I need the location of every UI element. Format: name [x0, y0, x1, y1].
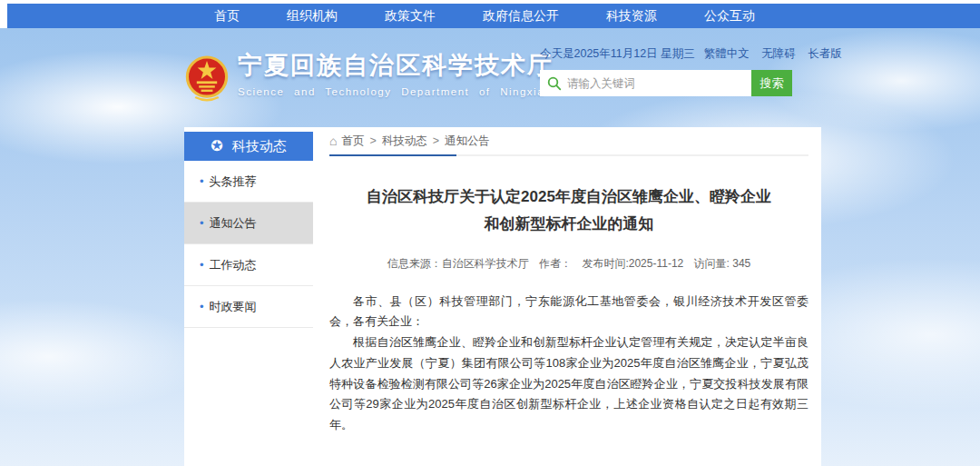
nav-item-interaction[interactable]: 公众互动 [704, 8, 755, 25]
nav-item-resources[interactable]: 科技资源 [606, 8, 657, 25]
national-emblem-logo [185, 52, 229, 106]
search-button[interactable]: 搜索 [751, 70, 792, 96]
bullet-icon: • [200, 174, 204, 188]
sidebar: ✪ 科技动态 • 头条推荐 • 通知公告 • 工作动态 • 时政要闻 [184, 132, 313, 328]
sidebar-item-label: 头条推荐 [210, 174, 257, 190]
nav-item-org[interactable]: 组织机构 [287, 8, 338, 25]
sidebar-item-label: 通知公告 [210, 215, 257, 232]
article-title-line2: 和创新型标杆企业的通知 [329, 211, 808, 238]
bullet-icon: • [200, 300, 204, 313]
search-icon [547, 76, 562, 91]
sidebar-item-label: 时政要闻 [210, 299, 257, 315]
site-subtitle: Science and Technology Department of Nin… [238, 86, 554, 97]
article-paragraph: 根据自治区雏鹰企业、瞪羚企业和创新型标杆企业认定管理有关规定，决定认定半亩良人农… [329, 332, 808, 436]
link-elder-version[interactable]: 长者版 [808, 47, 842, 60]
site-brand[interactable]: 宁夏回族自治区科学技术厅 Science and Technology Depa… [185, 52, 554, 106]
breadcrumb-separator: > [369, 134, 376, 147]
main-content: ⌂ 首页 > 科技动态 > 通知公告 自治区科技厅关于认定2025年度自治区雏鹰… [329, 127, 808, 466]
article-paragraph: 各市、县（区）科技管理部门，宁东能源化工基地管委会，银川经济技术开发区管委会，各… [329, 292, 808, 333]
bullet-icon: • [200, 216, 204, 230]
breadcrumb-home[interactable]: 首页 [341, 134, 364, 149]
top-navigation: 首页 组织机构 政策文件 政府信息公开 科技资源 公众互动 [7, 4, 980, 28]
sidebar-item-headlines[interactable]: • 头条推荐 [184, 161, 313, 203]
link-accessibility[interactable]: 无障碍 [761, 47, 796, 60]
article-body: 各市、县（区）科技管理部门，宁东能源化工基地管委会，银川经济技术开发区管委会，各… [329, 292, 808, 436]
site-title: 宁夏回族自治区科学技术厅 [238, 52, 554, 80]
article-meta: 信息来源：自治区科学技术厅 作者： 发布时间:2025-11-12 访问量: 3… [329, 256, 808, 272]
page: 首页 组织机构 政策文件 政府信息公开 科技资源 公众互动 宁夏回族自治区科学技… [0, 0, 980, 466]
sidebar-item-current-politics[interactable]: • 时政要闻 [184, 286, 313, 328]
today-date: 今天是2025年11月12日 星期三 [540, 46, 695, 62]
brand-text: 宁夏回族自治区科学技术厅 Science and Technology Depa… [238, 52, 554, 97]
breadcrumb-current[interactable]: 通知公告 [445, 134, 490, 149]
breadcrumb-separator: > [433, 134, 439, 147]
bullet-icon: • [200, 258, 204, 272]
header-right: 今天是2025年11月12日 星期三 繁體中文 无障碍 长者版 搜索 [540, 46, 792, 96]
circled-star-icon: ✪ [211, 139, 222, 154]
link-traditional-chinese[interactable]: 繁體中文 [704, 47, 750, 60]
search-input[interactable] [567, 77, 744, 90]
meta-author: 作者： [539, 257, 572, 270]
breadcrumb-section[interactable]: 科技动态 [382, 134, 427, 149]
breadcrumb: ⌂ 首页 > 科技动态 > 通知公告 [329, 127, 808, 154]
search-box [540, 70, 751, 96]
sidebar-item-notices[interactable]: • 通知公告 [184, 203, 313, 244]
utility-links: 繁體中文 无障碍 长者版 [695, 46, 842, 62]
nav-item-policy[interactable]: 政策文件 [385, 8, 436, 25]
sidebar-item-label: 工作动态 [210, 257, 257, 273]
meta-publish: 发布时间:2025-11-12 [582, 257, 683, 270]
sidebar-title: 科技动态 [232, 138, 287, 155]
article-title-line1: 自治区科技厅关于认定2025年度自治区雏鹰企业、瞪羚企业 [329, 183, 808, 211]
meta-source: 信息来源：自治区科学技术厅 [387, 257, 529, 270]
nav-item-gov-info[interactable]: 政府信息公开 [483, 8, 559, 25]
home-icon: ⌂ [329, 134, 337, 148]
nav-item-home[interactable]: 首页 [214, 8, 240, 25]
sidebar-menu: • 头条推荐 • 通知公告 • 工作动态 • 时政要闻 [184, 161, 313, 328]
breadcrumb-divider [329, 154, 808, 156]
article-title: 自治区科技厅关于认定2025年度自治区雏鹰企业、瞪羚企业 和创新型标杆企业的通知 [329, 183, 808, 238]
sidebar-header: ✪ 科技动态 [184, 132, 313, 161]
sidebar-item-work-trends[interactable]: • 工作动态 [184, 244, 313, 286]
search-bar: 搜索 [540, 70, 792, 96]
content-wrapper: ✪ 科技动态 • 头条推荐 • 通知公告 • 工作动态 • 时政要闻 [184, 127, 821, 466]
meta-views: 访问量: 345 [694, 257, 751, 270]
